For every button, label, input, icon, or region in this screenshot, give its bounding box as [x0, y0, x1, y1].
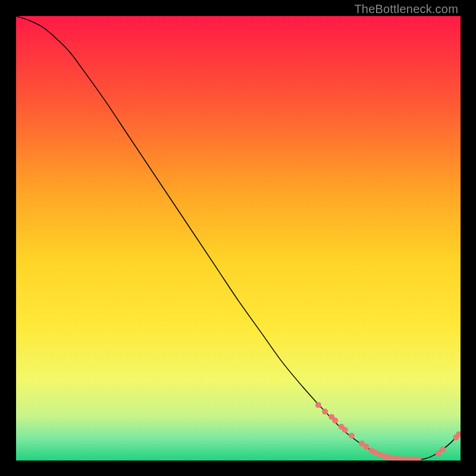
chart-svg: [16, 16, 461, 461]
model-point: [436, 450, 441, 456]
model-point: [372, 450, 378, 456]
model-point: [342, 427, 348, 433]
watermark-label: TheBottleneck.com: [354, 2, 458, 16]
model-point: [349, 433, 355, 439]
gradient-background: [16, 16, 461, 461]
model-point: [332, 418, 338, 424]
model-point: [364, 444, 369, 450]
model-point: [322, 409, 328, 415]
model-point: [315, 402, 321, 408]
chart-stage: TheBottleneck.com: [0, 0, 476, 476]
model-point: [440, 446, 446, 452]
plot-area: [16, 16, 461, 461]
